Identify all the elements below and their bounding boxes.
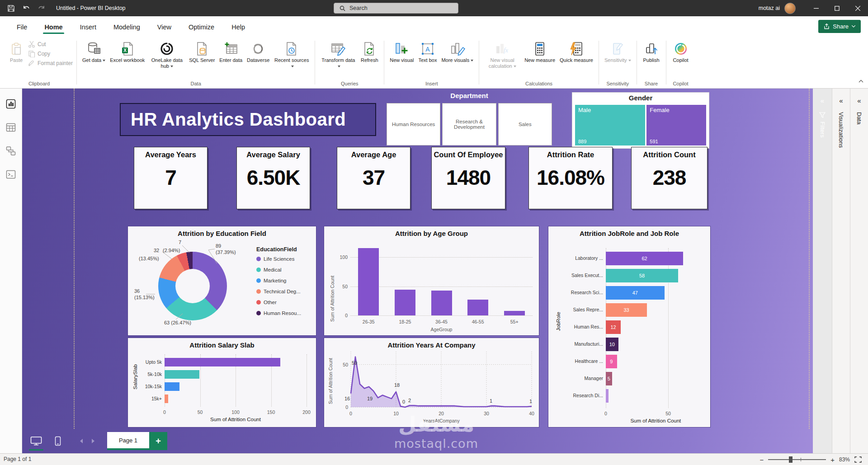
page-tab[interactable]: Page 1 [107, 432, 149, 450]
data-pane-label[interactable]: Data [856, 112, 863, 124]
desktop-layout-icon[interactable] [28, 433, 44, 449]
collapse-ribbon-icon[interactable] [859, 80, 863, 83]
x-axis-title: YearsAtCompany [351, 418, 532, 423]
legend-item-medical[interactable]: Medical [256, 267, 301, 272]
kpi-card-count-of-employee[interactable]: Count Of Employee1480 [431, 147, 505, 209]
transform-data-button[interactable]: Transform data [319, 40, 358, 70]
chart-attrition-years-at-company[interactable]: Attrition Years At Company 0500102030401… [324, 338, 539, 427]
hbar[interactable]: 10 [606, 338, 618, 351]
more-visuals-button[interactable]: More visuals [439, 40, 475, 64]
menu-tab-modeling[interactable]: Modeling [105, 18, 149, 36]
legend-item-other[interactable]: Other [256, 300, 301, 305]
fit-to-page-icon[interactable] [854, 456, 862, 463]
new-measure-button[interactable]: New measure [523, 40, 557, 64]
avatar[interactable] [784, 3, 796, 14]
zoom-slider-thumb[interactable] [789, 456, 793, 463]
menu-tab-optimize[interactable]: Optimize [180, 18, 223, 36]
mobile-layout-icon[interactable] [50, 433, 66, 449]
minimize-button[interactable] [806, 0, 826, 16]
search-box[interactable]: Search [334, 3, 458, 14]
group-separator [599, 41, 599, 85]
gender-option-male[interactable]: Male889 [575, 105, 645, 146]
kpi-card-attrition-count[interactable]: Attrition Count238 [631, 147, 708, 209]
menu-tab-help[interactable]: Help [223, 18, 254, 36]
column-bar[interactable] [431, 291, 452, 315]
menu-tab-home[interactable]: Home [36, 18, 71, 36]
recent-sources-button[interactable]: Recent sources [272, 40, 311, 70]
undo-icon[interactable] [22, 4, 31, 13]
menu-tab-insert[interactable]: Insert [71, 18, 105, 36]
previous-page-arrow[interactable] [75, 433, 87, 449]
hbar[interactable]: 12 [606, 320, 621, 334]
sql-server-button[interactable]: SQL Server [187, 40, 217, 64]
kpi-card-average-age[interactable]: Average Age37 [337, 147, 410, 209]
department-option-human-resources[interactable]: Human Resources [387, 103, 440, 146]
column-bar[interactable] [467, 300, 488, 315]
get-data-button[interactable]: Get data [80, 40, 107, 64]
chart-attrition-jobrole[interactable]: Attrition JobRole and Job Role 050Labora… [548, 226, 711, 427]
dataverse-button[interactable]: Dataverse [245, 40, 271, 64]
hbar[interactable] [165, 395, 168, 403]
model-view-icon[interactable] [5, 146, 16, 156]
next-page-arrow[interactable] [87, 433, 99, 449]
department-option-research-development[interactable]: Research & Development [442, 103, 496, 146]
chart-attrition-by-age-group[interactable]: Attrition by Age Group 05010026-3518-253… [324, 226, 539, 336]
zoom-in-button[interactable]: + [830, 456, 835, 463]
column-bar[interactable] [504, 311, 525, 315]
hbar[interactable] [606, 389, 609, 403]
hbar[interactable] [165, 370, 199, 379]
new-page-button[interactable]: + [149, 432, 167, 450]
legend-item-technical-deg[interactable]: Technical Deg... [256, 289, 301, 294]
gender-option-female[interactable]: Female591 [646, 105, 706, 146]
hbar[interactable]: 62 [606, 252, 683, 265]
department-option-sales[interactable]: Sales [498, 103, 552, 146]
zoom-out-button[interactable]: − [760, 456, 764, 463]
kpi-card-average-years[interactable]: Average Years7 [134, 147, 208, 209]
hbar[interactable]: 5 [606, 372, 612, 385]
hbar[interactable] [165, 382, 179, 391]
kpi-card-attrition-rate[interactable]: Attrition Rate16.08% [528, 147, 613, 209]
enter-data-button[interactable]: Enter data [217, 40, 244, 64]
new-visual-button[interactable]: New visual [388, 40, 415, 64]
expand-visualizations-icon[interactable]: « [832, 97, 850, 104]
expand-data-icon[interactable]: « [850, 97, 868, 104]
legend-label: Other [264, 300, 277, 305]
menu-tab-file[interactable]: File [8, 18, 36, 36]
hbar[interactable]: 9 [606, 355, 617, 368]
table-view-icon[interactable] [5, 122, 16, 133]
legend-label: Marketing [264, 278, 287, 283]
chart-attrition-by-education-field[interactable]: Attrition by Education Field 7(2.94%)32(… [127, 226, 316, 336]
quick-measure-button[interactable]: Quick measure [558, 40, 595, 64]
dashboard-title[interactable]: HR Analytics Dashboard [120, 103, 376, 136]
expand-filters-icon[interactable]: « [813, 97, 832, 104]
kpi-card-average-salary[interactable]: Average Salary6.50K [236, 147, 310, 209]
hbar[interactable]: 33 [606, 303, 647, 317]
user-name[interactable]: motaz ai [759, 5, 780, 11]
legend-item-life-sciences[interactable]: Life Sciences [256, 256, 301, 262]
report-view-icon[interactable] [5, 99, 16, 109]
column-bar[interactable] [358, 248, 379, 315]
hbar[interactable]: 58 [606, 269, 678, 282]
hbar[interactable]: 47 [606, 286, 665, 300]
menu-tab-view[interactable]: View [149, 18, 180, 36]
close-button[interactable] [847, 0, 868, 16]
zoom-slider[interactable] [768, 459, 826, 460]
hbar[interactable] [165, 358, 280, 366]
save-icon[interactable] [6, 4, 15, 13]
column-bar[interactable] [395, 290, 415, 315]
visualizations-pane-label[interactable]: Visualizations [838, 112, 844, 148]
excel-workbook-button[interactable]: XExcel workbook [108, 40, 146, 64]
dax-query-view-icon[interactable] [5, 169, 16, 180]
legend-item-human-resou[interactable]: Human Resou... [256, 310, 301, 316]
chart-attrition-salary-slab[interactable]: Attrition Salary Slab 050100150200Upto 5… [127, 338, 316, 427]
share-button[interactable]: Share [818, 20, 861, 33]
legend-item-marketing[interactable]: Marketing [256, 278, 301, 283]
redo-icon[interactable] [37, 4, 46, 13]
publish-button[interactable]: Publish [641, 40, 662, 64]
text-box-button[interactable]: AText box [416, 40, 439, 64]
copilot-button[interactable]: Copilot [670, 40, 692, 64]
maximize-button[interactable] [826, 0, 847, 16]
filters-pane-label[interactable]: Filters [819, 122, 826, 137]
refresh-button[interactable]: Refresh [359, 40, 380, 64]
onelake-data-hub-button[interactable]: OneLake data hub [147, 40, 186, 70]
